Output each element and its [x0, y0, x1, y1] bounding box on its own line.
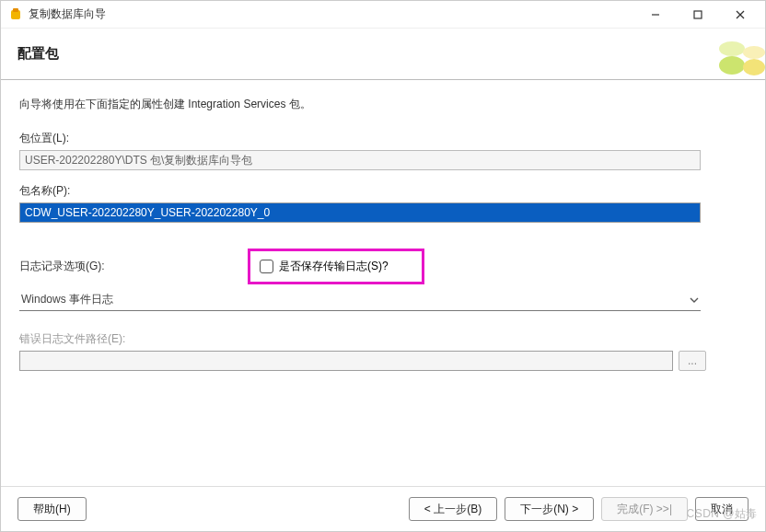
package-name-label: 包名称(P):: [19, 183, 747, 199]
browse-button: ...: [679, 351, 706, 371]
error-log-path-input: [19, 351, 673, 371]
wizard-footer: 帮助(H) < 上一步(B) 下一步(N) > 完成(F) >>| 取消: [1, 487, 765, 531]
close-button[interactable]: [719, 1, 761, 29]
package-location-input[interactable]: [19, 150, 701, 170]
logging-select-value: Windows 事件日志: [21, 292, 113, 307]
logging-options-label: 日志记录选项(G):: [19, 259, 248, 274]
error-log-path-label: 错误日志文件路径(E):: [19, 331, 747, 347]
svg-point-6: [719, 56, 745, 75]
svg-point-9: [743, 46, 765, 59]
package-location-label: 包位置(L):: [19, 131, 747, 146]
highlight-annotation: 是否保存传输日志(S)?: [248, 249, 424, 284]
window-titlebar: 复制数据库向导: [1, 1, 765, 29]
svg-rect-3: [694, 11, 702, 18]
svg-rect-1: [13, 8, 18, 12]
cancel-button[interactable]: 取消: [695, 497, 749, 521]
wizard-content: 向导将使用在下面指定的属性创建 Integration Services 包。 …: [1, 80, 765, 487]
package-name-input[interactable]: [19, 202, 701, 223]
logging-select[interactable]: Windows 事件日志: [19, 290, 701, 311]
app-icon: [8, 7, 23, 22]
description-text: 向导将使用在下面指定的属性创建 Integration Services 包。: [19, 97, 747, 112]
save-log-checkbox[interactable]: [260, 260, 273, 273]
svg-point-7: [719, 41, 745, 56]
chevron-down-icon: [688, 294, 701, 306]
finish-button: 完成(F) >>|: [601, 497, 688, 521]
help-button[interactable]: 帮助(H): [17, 497, 87, 521]
svg-point-8: [743, 59, 765, 75]
logging-row: 日志记录选项(G): 是否保存传输日志(S)?: [19, 249, 747, 284]
ellipsis-icon: ...: [688, 354, 697, 367]
save-log-checkbox-label[interactable]: 是否保存传输日志(S)?: [279, 259, 389, 274]
maximize-button[interactable]: [677, 1, 719, 29]
page-title: 配置包: [17, 45, 59, 63]
window-title: 复制数据库向导: [29, 6, 106, 22]
back-button[interactable]: < 上一步(B): [409, 497, 497, 521]
header-decoration-icon: [715, 30, 765, 78]
next-button[interactable]: 下一步(N) >: [505, 497, 594, 521]
wizard-header: 配置包: [1, 29, 765, 80]
minimize-button[interactable]: [634, 1, 677, 29]
